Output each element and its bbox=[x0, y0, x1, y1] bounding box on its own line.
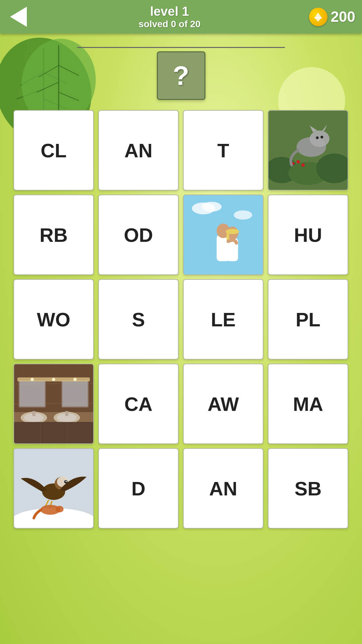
tile-wo-text: WO bbox=[37, 308, 70, 331]
answer-line bbox=[77, 47, 285, 48]
tile-ca-text: CA bbox=[124, 393, 153, 415]
tile-rb-text: RB bbox=[40, 224, 68, 246]
svg-rect-35 bbox=[227, 231, 229, 241]
tile-od[interactable]: OD bbox=[98, 195, 179, 275]
tile-eagle-image[interactable] bbox=[13, 448, 94, 529]
svg-rect-55 bbox=[14, 422, 93, 443]
svg-point-25 bbox=[320, 136, 323, 139]
svg-rect-54 bbox=[65, 411, 68, 416]
tile-pl-text: PL bbox=[296, 308, 320, 331]
header: level 1 solved 0 of 20 200 bbox=[0, 0, 362, 34]
back-arrow-icon bbox=[10, 7, 27, 27]
coin-count: 200 bbox=[331, 8, 355, 25]
couple-image-scene bbox=[184, 195, 263, 274]
level-title: level 1 bbox=[30, 4, 309, 19]
tile-od-text: OD bbox=[124, 224, 153, 246]
tile-s-text: S bbox=[132, 308, 145, 331]
eagle-image-scene bbox=[14, 449, 93, 528]
tile-an-2-text: AN bbox=[209, 477, 237, 500]
bathroom-image-scene bbox=[14, 364, 93, 443]
svg-point-29 bbox=[234, 210, 252, 220]
svg-point-28 bbox=[202, 202, 222, 212]
tile-an-1-text: AN bbox=[124, 139, 153, 162]
tile-s[interactable]: S bbox=[98, 279, 179, 360]
tile-d[interactable]: D bbox=[98, 448, 179, 529]
back-button[interactable] bbox=[7, 5, 30, 29]
diamond-icon bbox=[314, 12, 322, 18]
tile-cat-image[interactable] bbox=[268, 110, 348, 191]
tile-sb-text: SB bbox=[295, 477, 322, 500]
tile-cl-text: CL bbox=[41, 139, 66, 162]
tile-couple-image[interactable] bbox=[183, 195, 263, 275]
svg-rect-47 bbox=[62, 381, 88, 407]
main-content: ? CL AN T bbox=[0, 34, 362, 535]
tile-cl[interactable]: CL bbox=[13, 110, 94, 191]
answer-area: ? bbox=[10, 47, 352, 100]
question-mark: ? bbox=[173, 60, 189, 91]
svg-point-50 bbox=[31, 378, 34, 381]
svg-point-52 bbox=[73, 378, 77, 381]
svg-point-18 bbox=[301, 163, 305, 167]
svg-point-67 bbox=[56, 506, 64, 513]
tile-t-text: T bbox=[217, 139, 229, 162]
tile-aw-text: AW bbox=[207, 393, 239, 415]
svg-point-24 bbox=[316, 137, 319, 139]
tile-bathroom-image[interactable] bbox=[13, 364, 94, 444]
svg-point-17 bbox=[297, 160, 300, 164]
header-center: level 1 solved 0 of 20 bbox=[30, 4, 309, 30]
question-tile[interactable]: ? bbox=[157, 51, 205, 100]
cat-image-scene bbox=[268, 111, 348, 190]
tile-ca[interactable]: CA bbox=[98, 364, 179, 444]
svg-rect-53 bbox=[32, 411, 36, 416]
solved-text: solved 0 of 20 bbox=[30, 19, 309, 30]
tile-rb[interactable]: RB bbox=[13, 195, 94, 275]
tile-le[interactable]: LE bbox=[183, 279, 263, 360]
tile-d-text: D bbox=[131, 477, 145, 500]
tile-ma[interactable]: MA bbox=[268, 364, 348, 444]
tile-an-1[interactable]: AN bbox=[98, 110, 179, 191]
tile-le-text: LE bbox=[211, 308, 236, 331]
tile-an-2[interactable]: AN bbox=[183, 448, 263, 529]
svg-point-65 bbox=[65, 481, 67, 482]
svg-rect-45 bbox=[19, 381, 46, 407]
coin-icon bbox=[309, 8, 327, 26]
tile-t[interactable]: T bbox=[183, 110, 263, 191]
coins-area: 200 bbox=[309, 8, 355, 26]
grid-container: CL AN T bbox=[10, 110, 352, 529]
tile-sb[interactable]: SB bbox=[268, 448, 348, 529]
svg-point-21 bbox=[310, 130, 329, 147]
tile-ma-text: MA bbox=[293, 393, 323, 415]
tile-hu[interactable]: HU bbox=[268, 195, 348, 275]
svg-point-51 bbox=[52, 378, 55, 381]
tile-aw[interactable]: AW bbox=[183, 364, 263, 444]
tile-wo[interactable]: WO bbox=[13, 279, 94, 360]
tile-pl[interactable]: PL bbox=[268, 279, 348, 360]
tile-hu-text: HU bbox=[294, 224, 322, 246]
